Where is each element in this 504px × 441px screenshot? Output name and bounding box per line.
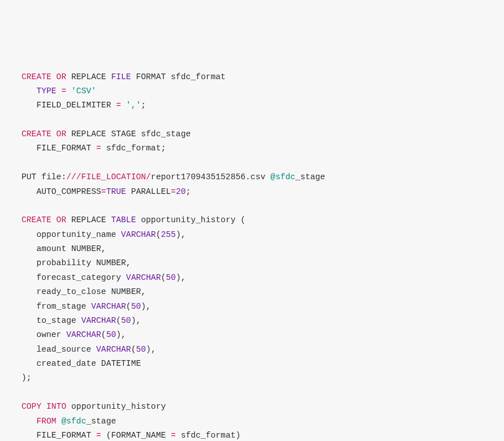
- code-token: REPLACE STAGE sfdc_stage: [66, 129, 191, 139]
- code-token: @sfdc: [270, 172, 295, 181]
- code-token: =: [171, 187, 176, 196]
- code-token: [66, 87, 71, 96]
- code-token: opportunity_name: [36, 230, 121, 239]
- code-token: FILE_FORMAT: [36, 144, 96, 153]
- code-token: =: [96, 431, 101, 440]
- code-token: opportunity_history: [66, 402, 166, 411]
- code-token: sfdc_format;: [101, 144, 166, 153]
- code-token: opportunity_history (: [136, 215, 245, 224]
- code-token: REPLACE: [66, 215, 111, 224]
- code-token: ;: [141, 101, 146, 110]
- code-token: TRUE: [106, 187, 126, 196]
- code-token: REPLACE: [66, 72, 111, 81]
- code-token: COPY: [21, 402, 41, 411]
- code-token: ;: [186, 187, 191, 196]
- code-token: ),: [131, 316, 141, 325]
- code-token: sfdc_format): [176, 431, 240, 440]
- code-token: lead_source: [36, 345, 96, 354]
- code-token: (: [126, 302, 131, 311]
- sql-code-block: CREATE OR REPLACE FILE FORMAT sfdc_forma…: [21, 70, 483, 442]
- code-token: FIELD_DELIMITER: [36, 101, 116, 110]
- code-token: VARCHAR: [81, 316, 117, 325]
- code-token: 50: [166, 273, 176, 282]
- code-token: VARCHAR: [66, 330, 101, 339]
- code-token: report1709435152856.csv: [151, 172, 270, 181]
- code-token: probability NUMBER,: [36, 258, 131, 267]
- code-token: =: [116, 101, 121, 110]
- code-token: FORMAT sfdc_format: [131, 72, 226, 81]
- code-token: [41, 402, 46, 411]
- code-token: 50: [106, 330, 117, 339]
- code-token: TYPE: [36, 87, 56, 96]
- code-token: FILE: [111, 72, 131, 81]
- code-token: ),: [141, 302, 151, 311]
- code-token: =: [171, 431, 176, 440]
- code-token: ),: [116, 330, 126, 339]
- code-token: _stage: [295, 172, 325, 181]
- code-token: VARCHAR: [126, 273, 161, 282]
- code-token: created_date DATETIME: [36, 359, 141, 368]
- code-token: VARCHAR: [91, 302, 126, 311]
- code-token: ready_to_close NUMBER,: [36, 287, 146, 296]
- code-token: (: [101, 330, 106, 339]
- code-token: from_stage: [36, 302, 91, 311]
- code-token: ///FILE_LOCATION/: [66, 172, 151, 181]
- code-token: INTO: [46, 402, 66, 411]
- code-token: ),: [146, 345, 156, 354]
- code-token: AUTO_COMPRESS: [36, 187, 101, 196]
- code-token: (: [161, 273, 166, 282]
- code-token: ),: [176, 273, 186, 282]
- code-token: ',': [126, 101, 141, 110]
- code-token: 50: [121, 316, 131, 325]
- code-token: [121, 101, 126, 110]
- code-token: PUT file:: [21, 172, 66, 181]
- code-token: FILE_FORMAT: [36, 431, 96, 440]
- code-token: PARALLEL: [126, 187, 171, 196]
- code-token: TABLE: [111, 215, 136, 224]
- code-token: (: [116, 316, 121, 325]
- code-token: CREATE OR: [21, 129, 66, 139]
- code-token: to_stage: [36, 316, 81, 325]
- code-token: VARCHAR: [121, 230, 156, 239]
- code-token: =: [61, 87, 66, 96]
- code-token: ),: [176, 230, 186, 239]
- code-token: 20: [176, 187, 186, 196]
- code-token: forecast_category: [36, 273, 126, 282]
- code-token: amount NUMBER,: [36, 244, 106, 253]
- code-token: @sfdc: [61, 417, 86, 426]
- code-token: VARCHAR: [96, 345, 131, 354]
- code-token: );: [21, 373, 32, 382]
- code-token: CREATE OR: [21, 72, 66, 81]
- code-token: 255: [161, 230, 175, 239]
- code-token: owner: [36, 330, 66, 339]
- code-token: (FORMAT_NAME: [101, 431, 171, 440]
- code-token: =: [96, 144, 101, 153]
- code-token: CREATE OR: [21, 215, 66, 224]
- code-token: 50: [131, 302, 141, 311]
- code-token: FROM: [36, 417, 56, 426]
- code-token: 'CSV': [71, 87, 96, 96]
- code-token: =: [101, 187, 106, 196]
- code-token: 50: [136, 345, 146, 354]
- code-token: _stage: [86, 417, 116, 426]
